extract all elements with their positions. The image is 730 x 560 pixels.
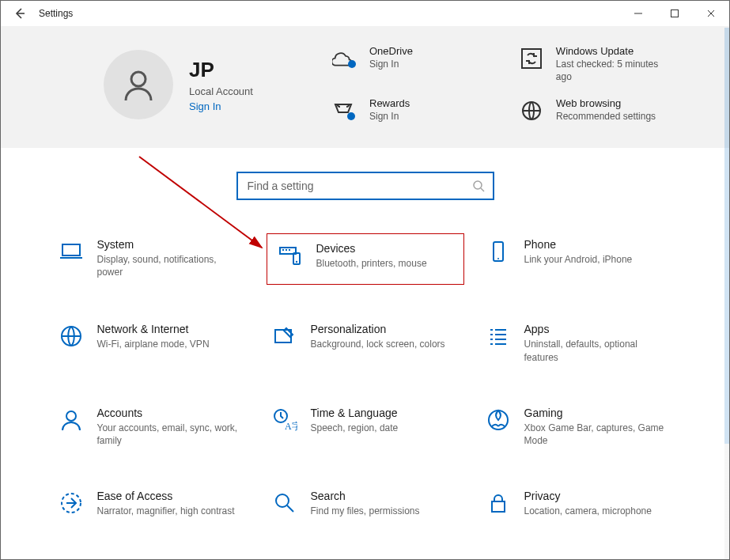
web-browsing-card[interactable]: Web browsing Recommended settings [518, 97, 676, 124]
close-icon [706, 9, 716, 18]
category-title: Accounts [97, 407, 240, 419]
category-privacy[interactable]: Privacy Location, camera, microphone [480, 485, 678, 522]
cloud-icon [331, 45, 358, 72]
onedrive-title: OneDrive [369, 45, 413, 57]
user-account-type: Local Account [189, 85, 253, 97]
user-block: JP Local Account Sign In [104, 45, 309, 124]
windows-update-card[interactable]: Windows Update Last checked: 5 minutes a… [518, 45, 676, 83]
svg-text:A字: A字 [285, 421, 297, 432]
windows-update-sub: Last checked: 5 minutes ago [556, 59, 676, 83]
phone-icon [485, 238, 512, 265]
scrollbar[interactable] [724, 28, 729, 560]
time-language-icon: A字 [271, 407, 298, 433]
category-desc: Link your Android, iPhone [524, 253, 633, 266]
svg-point-20 [276, 494, 289, 507]
windows-update-title: Windows Update [556, 45, 676, 57]
category-title: Network & Internet [97, 323, 210, 335]
user-name: JP [189, 58, 253, 82]
category-desc: Your accounts, email, sync, work, family [97, 422, 240, 447]
svg-point-2 [348, 60, 356, 68]
category-gaming[interactable]: Gaming Xbox Game Bar, captures, Game Mod… [480, 402, 678, 452]
onedrive-sub: Sign In [369, 59, 413, 71]
user-icon [119, 66, 157, 104]
category-desc: Bluetooth, printers, mouse [316, 257, 427, 270]
update-icon [518, 45, 545, 72]
search-icon [472, 180, 485, 192]
globe-icon [518, 97, 545, 124]
category-title: Privacy [524, 490, 652, 502]
svg-point-6 [474, 181, 482, 189]
window-controls [620, 1, 729, 26]
apps-list-icon [485, 323, 512, 350]
svg-point-12 [497, 258, 499, 259]
user-meta: JP Local Account Sign In [189, 58, 253, 112]
category-desc: Background, lock screen, colors [311, 338, 445, 350]
svg-point-4 [347, 112, 355, 120]
onedrive-card[interactable]: OneDrive Sign In [331, 45, 490, 83]
category-title: Devices [316, 242, 427, 255]
category-title: Apps [524, 323, 667, 335]
category-accounts[interactable]: Accounts Your accounts, email, sync, wor… [53, 402, 251, 452]
rewards-card[interactable]: Rewards Sign In [331, 97, 490, 124]
category-personalization[interactable]: Personalization Background, lock screen,… [267, 318, 464, 368]
category-devices[interactable]: Devices Bluetooth, printers, mouse [267, 233, 464, 285]
category-desc: Wi-Fi, airplane mode, VPN [97, 338, 210, 350]
category-title: System [97, 238, 240, 251]
magnifier-icon [271, 490, 298, 516]
svg-point-10 [295, 261, 297, 263]
close-button[interactable] [693, 1, 729, 26]
web-browsing-sub: Recommended settings [556, 111, 656, 123]
categories-grid: System Display, sound, notifications, po… [1, 200, 729, 530]
category-desc: Uninstall, defaults, optional features [524, 338, 667, 363]
svg-point-15 [66, 411, 76, 421]
minimize-button[interactable] [620, 1, 656, 26]
category-title: Gaming [524, 407, 667, 419]
gaming-icon [485, 407, 512, 433]
sign-in-link[interactable]: Sign In [189, 100, 253, 112]
minimize-icon [634, 9, 643, 18]
account-icon [58, 407, 85, 433]
category-ease-of-access[interactable]: Ease of Access Narrator, magnifier, high… [53, 485, 251, 522]
category-phone[interactable]: Phone Link your Android, iPhone [480, 233, 678, 285]
rewards-icon [331, 97, 358, 124]
account-header: JP Local Account Sign In OneDrive Sign I… [1, 26, 729, 148]
category-title: Personalization [311, 323, 445, 335]
search-wrap [1, 172, 729, 200]
svg-rect-7 [62, 244, 80, 255]
search-box[interactable] [236, 172, 494, 200]
web-browsing-title: Web browsing [556, 97, 656, 109]
category-title: Time & Language [311, 407, 399, 419]
title-bar: Settings [1, 1, 729, 26]
category-search[interactable]: Search Find my files, permissions [267, 485, 464, 522]
category-network[interactable]: Network & Internet Wi-Fi, airplane mode,… [53, 318, 251, 368]
svg-point-1 [131, 72, 146, 86]
paint-icon [271, 323, 298, 350]
rewards-title: Rewards [369, 97, 410, 109]
back-arrow-icon [13, 7, 26, 20]
category-title: Ease of Access [97, 490, 235, 502]
svg-rect-0 [671, 10, 679, 17]
laptop-icon [58, 238, 85, 265]
category-title: Search [311, 490, 420, 502]
category-desc: Find my files, permissions [311, 505, 420, 517]
svg-rect-21 [492, 501, 505, 512]
category-time-language[interactable]: A字 Time & Language Speech, region, date [267, 402, 464, 452]
back-button[interactable] [1, 1, 39, 26]
window-title: Settings [39, 8, 73, 19]
search-input[interactable] [246, 179, 472, 193]
category-desc: Xbox Game Bar, captures, Game Mode [524, 422, 667, 447]
avatar [104, 50, 173, 119]
maximize-button[interactable] [656, 1, 693, 26]
ease-of-access-icon [58, 490, 85, 516]
rewards-sub: Sign In [369, 111, 410, 123]
category-desc: Display, sound, notifications, power [97, 253, 240, 278]
lock-icon [485, 490, 512, 516]
category-desc: Narrator, magnifier, high contrast [97, 505, 235, 517]
category-system[interactable]: System Display, sound, notifications, po… [53, 233, 251, 285]
category-desc: Speech, region, date [311, 422, 399, 434]
devices-icon [277, 242, 304, 269]
header-cards: OneDrive Sign In Windows Update Last che… [331, 45, 676, 124]
category-apps[interactable]: Apps Uninstall, defaults, optional featu… [480, 318, 678, 368]
svg-rect-3 [522, 49, 541, 68]
globe-icon [58, 323, 85, 350]
